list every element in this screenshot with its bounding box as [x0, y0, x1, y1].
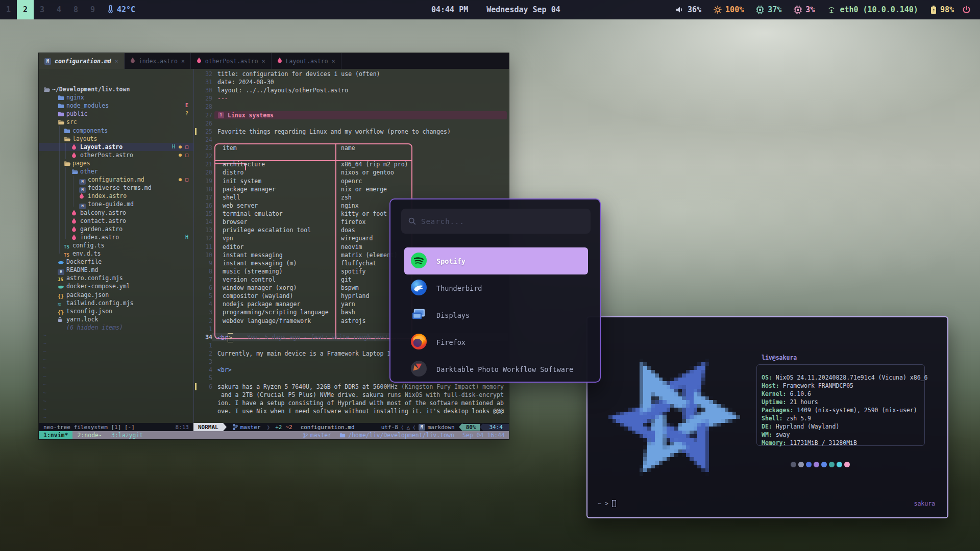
workspace-8[interactable]: 8: [67, 0, 84, 19]
table-cell: x86_64 (rip m2 pro): [341, 160, 408, 168]
tab-index.astro[interactable]: index.astro×: [125, 53, 191, 69]
workspace-4[interactable]: 4: [51, 0, 67, 19]
clock: 04:44 PM Wednesday Sep 04: [431, 0, 560, 19]
tree-item-other[interactable]: other: [39, 167, 193, 176]
buffer-text: Favorite things regarding Linux and my w…: [217, 128, 451, 136]
fetch-key: WM:: [762, 431, 772, 438]
tree-item-configuration.md[interactable]: Mconfiguration.md●□: [39, 176, 193, 184]
statusline-tree-segment: neo-tree filesystem [1] [-] 8:13: [39, 423, 193, 431]
tab-close-icon[interactable]: ×: [262, 58, 265, 65]
tmux-window-1:nvim*[interactable]: 1:nvim*: [39, 431, 72, 439]
git-status-marks: H: [185, 233, 188, 241]
fetch-value: sway: [772, 431, 790, 438]
tree-item-label: ~/Development/liv.town: [52, 85, 130, 93]
tree-item-6hiddenitems[interactable]: (6 hidden items): [39, 323, 193, 332]
tree-item-dockercompose.yml[interactable]: docker-compose.yml: [39, 282, 193, 290]
table-cell: git: [341, 276, 352, 284]
launcher-item-spotify[interactable]: Spotify: [404, 247, 588, 274]
buffer-text: ion. I have a setup consisting of Hyprla…: [217, 399, 504, 407]
statusline-percent: 80%: [462, 424, 480, 431]
workspace-2[interactable]: 2: [17, 0, 34, 19]
fetch-key: OS:: [762, 374, 772, 381]
tab-close-icon[interactable]: ×: [181, 58, 185, 65]
tree-item-components[interactable]: components: [39, 127, 193, 135]
tree-item-Dockerfile[interactable]: Dockerfile: [39, 258, 193, 266]
tree-item-astro.config.mjs[interactable]: JSastro.config.mjs: [39, 274, 193, 282]
color-dot: [844, 462, 850, 467]
tree-item-pages[interactable]: pages: [39, 159, 193, 167]
tab-otherPost.astro[interactable]: otherPost.astro×: [191, 53, 272, 69]
workspace-1[interactable]: 1: [0, 0, 17, 19]
power-button[interactable]: [962, 6, 971, 14]
tab-close-icon[interactable]: ×: [115, 58, 118, 65]
tree-item-package.json[interactable]: {}package.json: [39, 291, 193, 299]
tree-item-label: README.md: [66, 266, 98, 274]
tab-configuration.md[interactable]: Mconfiguration.md×: [39, 53, 125, 69]
tmux-datetime: Sep 04 16:44: [462, 432, 505, 439]
workspace-3[interactable]: 3: [34, 0, 51, 19]
tree-item-toneguide.md[interactable]: Mtone-guide.md: [39, 200, 193, 208]
tree-item-fediverseterms.md[interactable]: Mfediverse-terms.md: [39, 184, 193, 192]
tmux-windows: 1:nvim*2:node-3:lazygit: [39, 431, 148, 439]
tree-item-tsconfig.json[interactable]: {}tsconfig.json: [39, 307, 193, 315]
tree-item-balcony.astro[interactable]: balcony.astro: [39, 209, 193, 217]
buffer-text: Currently, my main device is a Framework…: [217, 349, 390, 358]
table-cell: privilege escalation tool: [223, 226, 311, 234]
launcher-item-displays[interactable]: Displays: [404, 302, 588, 329]
table-cell: webdev language/framework: [223, 317, 311, 325]
tree-item-Developmentliv.town[interactable]: ~/Development/liv.town: [39, 85, 193, 93]
shell-prompt: ~ >: [598, 500, 616, 507]
tree-item-index.astro[interactable]: index.astro: [39, 192, 193, 200]
table-cell: window manager (xorg): [223, 284, 297, 292]
tree-item-contact.astro[interactable]: contact.astro: [39, 217, 193, 225]
buffer-text: and a 2TB (Crucial P5 Plus) NVMe drive. …: [217, 391, 504, 399]
git-mark: H: [172, 143, 175, 151]
fetch-key: Kernel:: [762, 390, 786, 397]
tab-Layout.astro[interactable]: Layout.astro×: [272, 53, 341, 69]
launcher-item-label: Spotify: [436, 257, 465, 265]
tree-item-layouts[interactable]: layouts: [39, 135, 193, 143]
gitsigns-change-mark: [195, 128, 197, 135]
tmux-window-3:lazygit[interactable]: 3:lazygit: [107, 431, 148, 439]
table-cell: firefox: [341, 218, 365, 226]
tree-item-yarn.lock[interactable]: yarn.lock: [39, 315, 193, 323]
launcher-item-thunderbird[interactable]: Thunderbird: [404, 274, 588, 302]
statusline-encoding: utf-8: [381, 424, 398, 431]
tree-item-index.astro[interactable]: index.astroH: [39, 233, 193, 241]
tree-item-garden.astro[interactable]: garden.astro: [39, 225, 193, 233]
launcher-item-firefox[interactable]: Firefox: [404, 329, 588, 356]
tree-item-Layout.astro[interactable]: Layout.astroH●□: [39, 143, 193, 151]
tree-item-nodemodules[interactable]: node_modulesE: [39, 102, 193, 110]
tab-close-icon[interactable]: ×: [332, 58, 335, 65]
tree-item-tailwind.config.mjs[interactable]: ≈tailwind.config.mjs: [39, 299, 193, 307]
workspace-9[interactable]: 9: [84, 0, 101, 19]
tree-item-label: index.astro: [88, 192, 127, 200]
table-cell: init system: [223, 177, 261, 185]
tree-item-label: balcony.astro: [80, 209, 126, 217]
tree-item-otherPost.astro[interactable]: otherPost.astro●□: [39, 151, 193, 159]
indent-guide: [73, 176, 74, 207]
line-number: 7: [194, 276, 212, 284]
nixos-logo: [601, 336, 748, 495]
git-mark: □: [185, 176, 188, 184]
tree-item-README.md[interactable]: MREADME.md: [39, 266, 193, 274]
tree-item-nginx[interactable]: nginx: [39, 93, 193, 102]
line-number: 1: [194, 325, 212, 333]
tree-item-config.ts[interactable]: TSconfig.ts: [39, 241, 193, 249]
tree-item-src[interactable]: src: [39, 118, 193, 126]
tree-item-label: Dockerfile: [66, 258, 102, 266]
tree-item-env.d.ts[interactable]: TSenv.d.ts: [39, 249, 193, 258]
tree-item-label: index.astro: [80, 233, 119, 241]
color-dot: [821, 462, 827, 467]
table-cell: shell: [223, 193, 240, 202]
launcher-item-darktable[interactable]: Darktable Photo Workflow Software: [404, 356, 588, 383]
prompt-char: >: [605, 500, 608, 507]
search-input[interactable]: Search...: [401, 209, 591, 234]
line-number: 4: [194, 366, 212, 374]
color-dot: [837, 462, 842, 467]
tmux-window-2:node-[interactable]: 2:node-: [72, 431, 106, 439]
tree-item-public[interactable]: public?: [39, 110, 193, 118]
terminal-color-dots: [791, 462, 850, 467]
darktable-icon: [410, 360, 427, 379]
fetch-key: Host:: [762, 382, 779, 389]
